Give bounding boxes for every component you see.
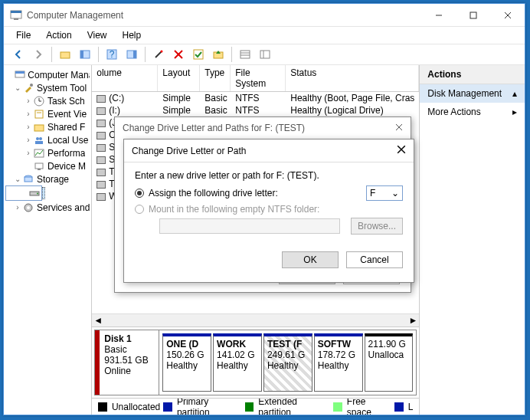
event-icon <box>33 108 45 120</box>
svg-point-15 <box>161 51 163 53</box>
toolbar: ? <box>4 44 525 65</box>
close-button[interactable] <box>490 4 525 26</box>
dlg2-cancel-button[interactable]: Cancel <box>346 251 403 268</box>
app-icon <box>10 9 22 21</box>
radio-assign-letter[interactable] <box>135 189 144 198</box>
h-scrollbar[interactable]: ◄ ► <box>92 313 419 326</box>
close-icon[interactable] <box>395 123 403 133</box>
svg-rect-2 <box>14 18 18 20</box>
services-icon <box>22 202 34 214</box>
list-icon[interactable] <box>237 46 254 63</box>
dialog1-titlebar: Change Drive Letter and Paths for F: (TE… <box>115 117 411 139</box>
drive-icon <box>97 120 106 127</box>
back-icon[interactable] <box>10 46 27 63</box>
titlebar: Computer Management <box>4 4 525 27</box>
svg-rect-33 <box>34 125 44 131</box>
tree-item[interactable]: Local Use <box>47 135 88 146</box>
dialog1-title: Change Drive Letter and Paths for F: (TE… <box>123 123 305 133</box>
partition[interactable]: TEST (F249.61 GHealthy <box>263 333 312 392</box>
panel-icon[interactable] <box>77 46 93 63</box>
col-volume[interactable]: olume <box>92 65 158 91</box>
tree-item[interactable]: Task Sch <box>47 96 85 107</box>
table-row[interactable]: (I:)SimpleBasicNTFSHealthy (Logical Driv… <box>92 104 419 116</box>
disk-status: Online <box>104 366 154 376</box>
chevron-down-icon: ⌄ <box>391 188 399 199</box>
clock-icon <box>33 95 45 107</box>
drive-icon <box>97 169 106 176</box>
partition[interactable]: WORK141.02 GHealthy <box>213 333 262 392</box>
up-icon[interactable] <box>210 46 227 63</box>
perf-icon <box>33 147 45 159</box>
users-icon <box>33 134 45 146</box>
legend-free: Free space <box>347 398 391 415</box>
panel2-icon[interactable] <box>123 46 140 63</box>
tree-root[interactable]: Computer Mana <box>28 70 90 80</box>
help-icon[interactable]: ? <box>103 46 120 63</box>
window-title: Computer Management <box>27 10 421 21</box>
tree-item[interactable]: Event Vie <box>47 109 87 120</box>
menu-action[interactable]: Action <box>40 28 77 42</box>
svg-rect-23 <box>260 51 270 58</box>
col-layout[interactable]: Layout <box>158 65 200 91</box>
storage-icon <box>22 173 34 185</box>
drive-icon <box>97 95 106 103</box>
minimize-button[interactable] <box>421 4 456 26</box>
drive-icon <box>97 156 106 164</box>
radio-mount-folder[interactable] <box>135 205 144 214</box>
partition[interactable]: 211.90 GUnalloca <box>365 333 414 392</box>
drive-icon <box>97 107 106 115</box>
device-icon <box>33 160 45 172</box>
partition[interactable]: SOFTW178.72 GHealthy <box>314 333 363 392</box>
col-filesystem[interactable]: File System <box>231 65 286 91</box>
tree-item[interactable]: Performa <box>47 148 85 159</box>
actions-header: Actions <box>420 65 525 84</box>
tree-diskmgmt[interactable]: Disk Mar <box>42 187 45 199</box>
drive-letter-select[interactable]: F⌄ <box>366 185 403 201</box>
tree-item[interactable]: Shared F <box>47 122 85 133</box>
col-type[interactable]: Type <box>200 65 231 91</box>
tree-storage[interactable]: Storage <box>37 174 69 185</box>
drive-icon <box>97 193 106 201</box>
legend: Unallocated Primary partition Extended p… <box>92 398 419 415</box>
col-status[interactable]: Status <box>286 65 419 91</box>
partition[interactable]: ONE (D150.26 GHealthy <box>162 333 211 392</box>
action-more[interactable]: More Actions▸ <box>420 103 525 121</box>
forward-icon[interactable] <box>30 46 47 63</box>
folder-icon[interactable] <box>57 46 74 63</box>
menu-view[interactable]: View <box>81 28 113 42</box>
change-letter-dialog: Change Drive Letter or Path Enter a new … <box>123 139 414 283</box>
tree-item[interactable]: Device M <box>47 161 86 172</box>
tree-services[interactable]: Services and <box>37 202 90 213</box>
disk-name: Disk 1 <box>104 333 154 344</box>
menu-file[interactable]: File <box>10 28 37 42</box>
disk-icon <box>29 187 40 199</box>
maximize-button[interactable] <box>456 4 490 26</box>
svg-rect-39 <box>38 169 41 170</box>
svg-line-14 <box>155 51 162 57</box>
dialog2-prompt: Enter a new drive letter or path for F: … <box>135 170 403 181</box>
close-icon[interactable] <box>397 145 406 156</box>
tree-systools[interactable]: System Tool <box>37 83 87 94</box>
dlg2-ok-button[interactable]: OK <box>282 251 339 268</box>
tree-pane[interactable]: Computer Mana ⌄System Tool ›Task Sch ›Ev… <box>4 65 92 415</box>
delete-icon[interactable] <box>170 46 187 63</box>
svg-point-34 <box>36 137 39 140</box>
check-icon[interactable] <box>190 46 207 63</box>
scroll-right-icon[interactable]: ► <box>408 315 417 326</box>
menu-help[interactable]: Help <box>116 28 148 42</box>
scroll-left-icon[interactable]: ◄ <box>93 315 103 326</box>
mount-path-input <box>159 218 340 234</box>
wand-icon[interactable] <box>150 46 167 63</box>
shared-icon <box>33 121 45 133</box>
table-row[interactable]: (C:)SimpleBasicNTFSHealthy (Boot, Page F… <box>92 92 419 104</box>
svg-point-45 <box>27 206 30 209</box>
svg-rect-20 <box>240 51 250 58</box>
drive-icon <box>97 181 106 189</box>
action-diskmgmt[interactable]: Disk Management▴ <box>420 84 525 103</box>
disk-header[interactable]: Disk 1 Basic 931.51 GB Online <box>95 330 159 395</box>
detail-icon[interactable] <box>257 46 273 63</box>
svg-rect-1 <box>11 11 21 13</box>
svg-point-43 <box>37 193 38 195</box>
svg-rect-9 <box>80 51 83 58</box>
svg-rect-7 <box>61 52 70 58</box>
